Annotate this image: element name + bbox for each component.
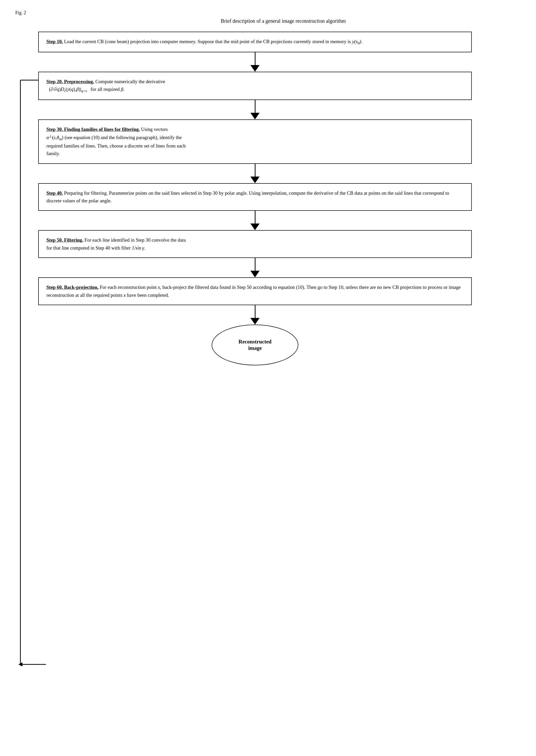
step60-box: Step 60. Back-projection. For each recon… <box>38 277 472 305</box>
arrow-3 <box>251 164 260 183</box>
arrow-5 <box>251 258 260 277</box>
step50-text1: For each line identified in Step 30 conv… <box>84 237 185 243</box>
svg-marker-4 <box>18 662 22 666</box>
arrow-4 <box>251 211 260 230</box>
step20-title: Step 20. Preprocessing. <box>47 79 94 84</box>
step50-text2: for that line computed in Step 40 with f… <box>47 245 145 251</box>
arrow-head-3 <box>251 177 260 183</box>
step30-title: Step 30. Finding families of lines for f… <box>47 126 140 132</box>
arrow-line-5 <box>255 258 255 271</box>
arrow-head-1 <box>251 65 260 72</box>
arrow-line-1 <box>255 52 255 65</box>
arrow-line-3 <box>255 164 255 177</box>
page-title: Brief description of a general image rec… <box>46 18 521 24</box>
step20-box: Step 20. Preprocessing. Compute numerica… <box>38 72 472 100</box>
arrow-line-2 <box>255 100 255 113</box>
reconstructed-image-oval: Reconstructed image <box>212 325 298 365</box>
arrow-line-4 <box>255 211 255 224</box>
step60-text: For each reconstruction point x, back-pr… <box>47 284 460 298</box>
step30-text2: required families of lines. Then, choose… <box>47 143 185 149</box>
output-container: Reconstructed image <box>212 325 298 365</box>
step20-text: Compute numerically the derivative <box>95 79 165 84</box>
step10-text: Load the current CB (cone beam) projecti… <box>64 39 362 44</box>
step30-text3: family. <box>47 151 60 156</box>
fig-label: Fig. 2 <box>15 10 521 16</box>
step60-title: Step 60. Back-projection. <box>47 284 98 290</box>
step50-box: Step 50. Filtering. For each line identi… <box>38 230 472 258</box>
step20-formula: (∂/∂q)Dr(y(q),β)|q=s for all required β. <box>49 87 124 92</box>
step10-title: Step 10. <box>47 39 63 44</box>
step40-text: Preparing for filtering. Parameterize po… <box>47 190 449 203</box>
step30-box: Step 30. Finding families of lines for f… <box>38 120 472 164</box>
arrow-head-2 <box>251 113 260 120</box>
diagram-container: Step 10. Load the current CB (cone beam)… <box>46 32 464 365</box>
arrow-2 <box>251 100 260 120</box>
step30-formula: α⊥(s,θm) (see equation (10) and the foll… <box>47 135 182 140</box>
step30-text1: Using vectors <box>141 126 168 132</box>
arrow-6 <box>251 305 260 325</box>
step40-box: Step 40. Preparing for filtering. Parame… <box>38 183 472 211</box>
arrow-line-6 <box>255 305 255 318</box>
arrow-1 <box>251 52 260 72</box>
arrow-head-4 <box>251 224 260 230</box>
step50-title: Step 50. Filtering. <box>47 237 84 243</box>
step10-box: Step 10. Load the current CB (cone beam)… <box>38 32 472 52</box>
output-label: Reconstructed image <box>238 339 271 351</box>
arrow-head-6 <box>251 318 260 325</box>
arrow-head-5 <box>251 271 260 277</box>
step40-title: Step 40. <box>47 190 63 196</box>
